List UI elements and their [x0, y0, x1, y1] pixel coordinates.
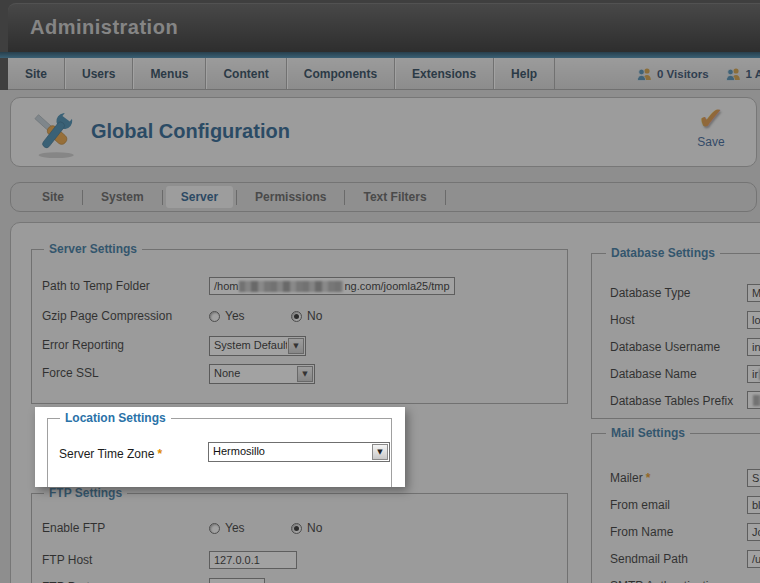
visitors-users-icon: [636, 67, 653, 81]
form-row: Database Username inn: [592, 337, 760, 359]
form-row: Enable FTP Yes No: [32, 518, 567, 540]
server-time-zone-label: Server Time Zone*: [59, 447, 162, 461]
server-time-zone-value: Hermosillo: [209, 443, 371, 461]
form-row: SMTP Authentication: [592, 576, 760, 583]
gzip-no-radio[interactable]: [291, 311, 302, 322]
path-value-end: ng.com/joomla25/tmp: [344, 280, 449, 292]
ftp-host-input[interactable]: [209, 551, 297, 569]
main-menu-bar: Site Users Menus Content Components Exte…: [8, 58, 760, 90]
database-settings-fieldset: Database Settings Database Type M Host l…: [591, 253, 760, 419]
database-host-label: Host: [610, 313, 635, 327]
wrench-screwdriver-icon: [27, 105, 83, 161]
dropdown-arrow-icon: ▼: [288, 338, 304, 354]
sendmail-path-label: Sendmail Path: [610, 552, 688, 566]
database-prefix-input[interactable]: [747, 391, 760, 409]
tab-separator: [82, 190, 83, 205]
form-row: Database Name ir: [592, 364, 760, 386]
menu-item-users[interactable]: Users: [65, 58, 133, 89]
gzip-yes-radio[interactable]: [209, 311, 220, 322]
save-checkmark-icon: ✔: [682, 102, 740, 135]
database-name-label: Database Name: [610, 367, 697, 381]
error-reporting-select[interactable]: System Default ▼: [209, 336, 306, 356]
server-settings-fieldset: Server Settings Path to Temp Folder /hom…: [31, 249, 568, 404]
from-email-value: bl: [752, 499, 760, 511]
tab-separator: [445, 190, 446, 205]
mailer-input[interactable]: S: [747, 469, 760, 487]
form-row: Error Reporting System Default ▼: [32, 335, 567, 357]
location-settings-legend: Location Settings: [60, 411, 171, 425]
mailer-label-text: Mailer: [610, 471, 643, 485]
tab-separator: [162, 190, 163, 205]
from-name-value: Jo: [752, 526, 760, 538]
from-name-input[interactable]: Jo: [747, 523, 760, 541]
ftp-port-input[interactable]: [209, 578, 265, 583]
path-to-temp-folder-input[interactable]: /hom ng.com/joomla25/tmp: [209, 277, 455, 295]
sendmail-path-value: /us: [752, 553, 760, 565]
force-ssl-select[interactable]: None ▼: [209, 364, 315, 384]
form-row: From email bl: [592, 495, 760, 517]
menu-item-site[interactable]: Site: [8, 58, 65, 89]
error-reporting-label: Error Reporting: [42, 338, 124, 352]
database-name-value: ir: [752, 368, 758, 380]
ftp-yes-radio[interactable]: [209, 523, 220, 534]
menu-item-components[interactable]: Components: [287, 58, 395, 89]
dropdown-arrow-icon: ▼: [297, 366, 313, 382]
enable-ftp-label: Enable FTP: [42, 521, 105, 535]
menu-item-menus[interactable]: Menus: [133, 58, 206, 89]
database-username-input[interactable]: inn: [747, 338, 760, 356]
tab-site[interactable]: Site: [27, 186, 79, 208]
database-host-input[interactable]: loc: [747, 311, 760, 329]
save-button[interactable]: ✔ Save: [682, 102, 740, 149]
form-row: Gzip Page Compression Yes No: [32, 306, 567, 328]
database-type-label: Database Type: [610, 286, 691, 300]
page-header-panel: Global Configuration ✔ Save: [10, 97, 757, 167]
session-status: 0 Visitors 1 Admin: [636, 58, 760, 90]
config-tabs: Site System Server Permissions Text Filt…: [10, 182, 757, 212]
mailer-value: S: [752, 472, 759, 484]
visitors-count-label: 0 Visitors: [657, 68, 709, 80]
location-settings-fieldset: Location Settings Server Time Zone* Herm…: [47, 418, 392, 487]
ftp-host-label: FTP Host: [42, 553, 92, 567]
tab-server[interactable]: Server: [166, 186, 233, 208]
dropdown-arrow-icon: ▼: [372, 444, 388, 460]
force-ssl-label: Force SSL: [42, 366, 99, 380]
mail-settings-legend: Mail Settings: [606, 426, 690, 440]
form-row: Server Time Zone* Hermosillo ▼: [48, 441, 391, 463]
tab-permissions[interactable]: Permissions: [240, 186, 341, 208]
joomla-admin-screen: Administration Site Users Menus Content …: [0, 0, 760, 583]
page-title: Global Configuration: [91, 120, 290, 143]
tab-text-filters[interactable]: Text Filters: [348, 186, 441, 208]
smtp-auth-label: SMTP Authentication: [610, 579, 722, 583]
database-type-value: M: [752, 287, 760, 299]
config-form-panel: Server Settings Path to Temp Folder /hom…: [10, 222, 760, 583]
redacted-text: [239, 281, 343, 292]
menu-item-content[interactable]: Content: [206, 58, 286, 89]
menu-item-help[interactable]: Help: [494, 58, 555, 89]
database-settings-legend: Database Settings: [606, 246, 720, 260]
save-button-label: Save: [682, 135, 740, 149]
database-name-input[interactable]: ir: [747, 365, 760, 383]
admins-status: 1 Admin: [725, 67, 760, 81]
redacted-text: [753, 395, 760, 406]
ftp-no-radio[interactable]: [291, 523, 302, 534]
required-marker: *: [646, 471, 651, 485]
location-settings-highlight: Location Settings Server Time Zone* Herm…: [35, 407, 405, 487]
sendmail-path-input[interactable]: /us: [747, 550, 760, 568]
force-ssl-value: None: [210, 365, 296, 383]
ftp-settings-fieldset: FTP Settings Enable FTP Yes No: [31, 493, 568, 583]
tab-system[interactable]: System: [86, 186, 159, 208]
form-row: Path to Temp Folder /hom ng.com/joomla25…: [32, 276, 567, 298]
form-row: Database Tables Prefix: [592, 391, 760, 413]
gzip-yes-label: Yes: [225, 309, 245, 323]
database-type-input[interactable]: M: [747, 284, 760, 302]
menu-item-extensions[interactable]: Extensions: [395, 58, 494, 89]
form-row: FTP Host: [32, 550, 567, 572]
path-value-start: /hom: [214, 280, 238, 292]
ftp-no-label: No: [307, 521, 322, 535]
form-row: From Name Jo: [592, 522, 760, 544]
server-settings-legend: Server Settings: [44, 242, 142, 256]
content-area: Global Configuration ✔ Save Site System …: [0, 90, 760, 583]
visitors-status: 0 Visitors: [636, 67, 709, 81]
server-time-zone-select[interactable]: Hermosillo ▼: [208, 442, 390, 462]
from-email-input[interactable]: bl: [747, 496, 760, 514]
